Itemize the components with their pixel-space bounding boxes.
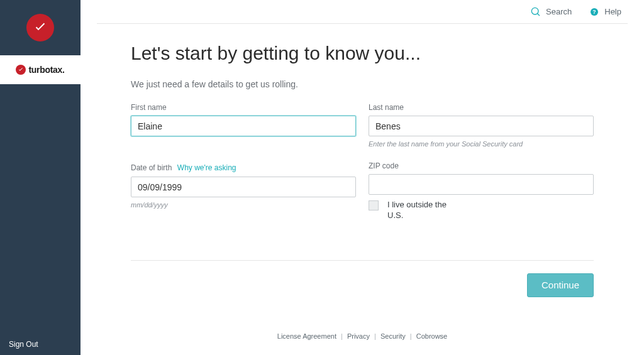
outside-us-row[interactable]: I live outside the U.S. — [369, 200, 594, 221]
search-label: Search — [546, 7, 572, 16]
help-icon: ? — [589, 7, 599, 17]
first-name-input[interactable] — [131, 116, 356, 136]
svg-text:?: ? — [593, 9, 596, 15]
form-grid: First name Last name Enter the last name… — [131, 103, 594, 221]
help-label: Help — [604, 7, 621, 16]
last-name-input[interactable] — [369, 116, 594, 136]
continue-button[interactable]: Continue — [527, 273, 594, 297]
topbar: Search ? Help — [97, 0, 628, 24]
first-name-field: First name — [131, 103, 356, 148]
footer-cobrowse-link[interactable]: Cobrowse — [416, 332, 448, 340]
footer-sep: | — [341, 332, 343, 340]
last-name-hint: Enter the last name from your Social Sec… — [369, 140, 594, 148]
page-title: Let's start by getting to know you... — [131, 43, 594, 64]
footer-security-link[interactable]: Security — [380, 332, 406, 340]
brand-logo-icon — [16, 65, 26, 75]
search-button[interactable]: Search — [531, 7, 572, 17]
main-area: Search ? Help Let's start by getting to … — [80, 0, 644, 355]
brand-bar: turbotax. — [0, 55, 80, 84]
actions-bar: Continue — [131, 273, 594, 297]
logo-area — [0, 0, 80, 55]
dob-help-link[interactable]: Why we're asking — [177, 163, 236, 172]
zip-field: ZIP code I live outside the U.S. — [369, 161, 594, 221]
dob-input[interactable] — [131, 177, 356, 197]
content: Let's start by getting to know you... We… — [93, 24, 631, 340]
last-name-field: Last name Enter the last name from your … — [369, 103, 594, 148]
first-name-label: First name — [131, 103, 356, 112]
brand-name: turbotax. — [28, 65, 64, 75]
footer-license-link[interactable]: License Agreement — [277, 332, 336, 340]
app-logo-icon — [26, 14, 54, 41]
footer-sep: | — [374, 332, 376, 340]
zip-label: ZIP code — [369, 161, 594, 170]
sidebar: turbotax. Sign Out — [0, 0, 80, 355]
search-icon — [531, 7, 541, 17]
signout-link[interactable]: Sign Out — [9, 340, 38, 349]
outside-us-label: I live outside the U.S. — [387, 200, 463, 221]
footer-links: License Agreement | Privacy | Security |… — [131, 332, 594, 340]
dob-field: Date of birth Why we're asking mm/dd/yyy… — [131, 161, 356, 221]
dob-hint: mm/dd/yyyy — [131, 201, 356, 209]
footer-sep: | — [410, 332, 412, 340]
divider — [131, 260, 594, 261]
footer-privacy-link[interactable]: Privacy — [347, 332, 370, 340]
last-name-label: Last name — [369, 103, 594, 112]
page-subtitle: We just need a few details to get us rol… — [131, 79, 594, 89]
zip-input[interactable] — [369, 174, 594, 195]
outside-us-checkbox[interactable] — [369, 200, 379, 210]
dob-label: Date of birth — [131, 163, 172, 172]
help-button[interactable]: ? Help — [589, 7, 621, 17]
